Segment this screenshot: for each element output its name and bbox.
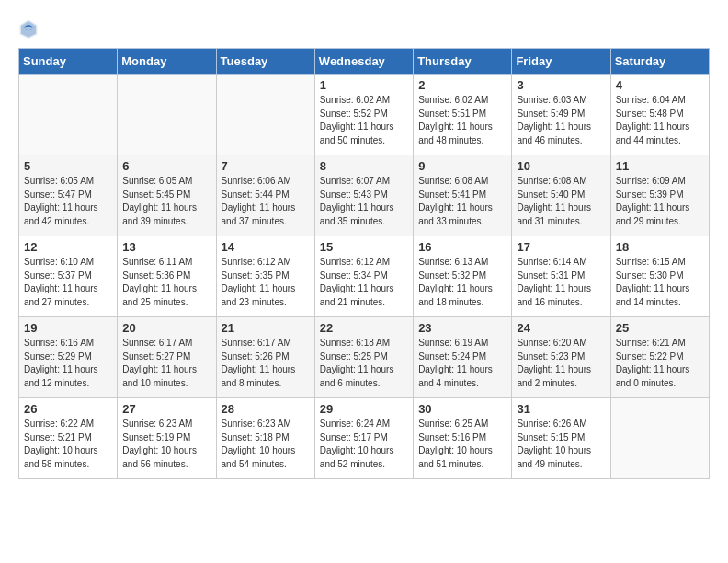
day-info: Sunrise: 6:16 AM Sunset: 5:29 PM Dayligh… [24, 337, 112, 390]
day-number: 12 [24, 240, 112, 254]
calendar-header: SundayMondayTuesdayWednesdayThursdayFrid… [19, 49, 710, 75]
day-number: 25 [616, 321, 704, 335]
day-cell: 8Sunrise: 6:07 AM Sunset: 5:43 PM Daylig… [314, 155, 413, 236]
day-number: 28 [222, 402, 310, 416]
day-cell: 29Sunrise: 6:24 AM Sunset: 5:17 PM Dayli… [314, 398, 413, 479]
day-info: Sunrise: 6:05 AM Sunset: 5:47 PM Dayligh… [24, 175, 112, 228]
day-cell: 24Sunrise: 6:20 AM Sunset: 5:23 PM Dayli… [512, 317, 610, 398]
weekday-header-saturday: Saturday [610, 49, 709, 75]
day-info: Sunrise: 6:02 AM Sunset: 5:51 PM Dayligh… [418, 94, 506, 147]
day-info: Sunrise: 6:26 AM Sunset: 5:15 PM Dayligh… [517, 418, 605, 471]
day-info: Sunrise: 6:23 AM Sunset: 5:19 PM Dayligh… [122, 418, 210, 471]
page-header [18, 18, 710, 39]
logo [18, 18, 42, 39]
day-cell: 11Sunrise: 6:09 AM Sunset: 5:39 PM Dayli… [610, 155, 709, 236]
day-info: Sunrise: 6:15 AM Sunset: 5:30 PM Dayligh… [616, 256, 704, 309]
day-cell: 19Sunrise: 6:16 AM Sunset: 5:29 PM Dayli… [19, 317, 118, 398]
day-number: 19 [24, 321, 112, 335]
day-number: 26 [24, 402, 112, 416]
day-cell: 20Sunrise: 6:17 AM Sunset: 5:27 PM Dayli… [118, 317, 216, 398]
day-info: Sunrise: 6:17 AM Sunset: 5:26 PM Dayligh… [222, 337, 310, 390]
day-number: 1 [320, 78, 408, 92]
day-cell: 12Sunrise: 6:10 AM Sunset: 5:37 PM Dayli… [19, 236, 118, 317]
day-cell: 2Sunrise: 6:02 AM Sunset: 5:51 PM Daylig… [414, 75, 512, 155]
day-number: 11 [616, 159, 704, 173]
day-number: 10 [517, 159, 605, 173]
day-info: Sunrise: 6:02 AM Sunset: 5:52 PM Dayligh… [320, 94, 408, 147]
day-cell: 28Sunrise: 6:23 AM Sunset: 5:18 PM Dayli… [216, 398, 314, 479]
day-cell [19, 75, 118, 155]
day-info: Sunrise: 6:21 AM Sunset: 5:22 PM Dayligh… [616, 337, 704, 390]
weekday-header-wednesday: Wednesday [314, 49, 413, 75]
weekday-row: SundayMondayTuesdayWednesdayThursdayFrid… [19, 49, 710, 75]
day-cell: 7Sunrise: 6:06 AM Sunset: 5:44 PM Daylig… [216, 155, 314, 236]
day-number: 30 [418, 402, 506, 416]
day-number: 24 [517, 321, 605, 335]
day-cell: 21Sunrise: 6:17 AM Sunset: 5:26 PM Dayli… [216, 317, 314, 398]
weekday-header-sunday: Sunday [19, 49, 118, 75]
day-info: Sunrise: 6:09 AM Sunset: 5:39 PM Dayligh… [616, 175, 704, 228]
day-cell: 27Sunrise: 6:23 AM Sunset: 5:19 PM Dayli… [118, 398, 216, 479]
day-info: Sunrise: 6:23 AM Sunset: 5:18 PM Dayligh… [222, 418, 310, 471]
day-cell [216, 75, 314, 155]
day-number: 21 [222, 321, 310, 335]
day-number: 8 [320, 159, 408, 173]
day-info: Sunrise: 6:24 AM Sunset: 5:17 PM Dayligh… [320, 418, 408, 471]
day-cell: 16Sunrise: 6:13 AM Sunset: 5:32 PM Dayli… [414, 236, 512, 317]
day-cell [610, 398, 709, 479]
day-info: Sunrise: 6:08 AM Sunset: 5:40 PM Dayligh… [517, 175, 605, 228]
day-cell: 4Sunrise: 6:04 AM Sunset: 5:48 PM Daylig… [610, 75, 709, 155]
day-number: 6 [122, 159, 210, 173]
day-info: Sunrise: 6:13 AM Sunset: 5:32 PM Dayligh… [418, 256, 506, 309]
weekday-header-tuesday: Tuesday [216, 49, 314, 75]
day-info: Sunrise: 6:12 AM Sunset: 5:35 PM Dayligh… [222, 256, 310, 309]
calendar-table: SundayMondayTuesdayWednesdayThursdayFrid… [18, 48, 710, 479]
day-number: 16 [418, 240, 506, 254]
day-number: 4 [616, 78, 704, 92]
day-info: Sunrise: 6:25 AM Sunset: 5:16 PM Dayligh… [418, 418, 506, 471]
day-cell [118, 75, 216, 155]
weekday-header-monday: Monday [118, 49, 216, 75]
day-cell: 3Sunrise: 6:03 AM Sunset: 5:49 PM Daylig… [512, 75, 610, 155]
day-number: 31 [517, 402, 605, 416]
day-cell: 6Sunrise: 6:05 AM Sunset: 5:45 PM Daylig… [118, 155, 216, 236]
day-number: 27 [122, 402, 210, 416]
day-cell: 22Sunrise: 6:18 AM Sunset: 5:25 PM Dayli… [314, 317, 413, 398]
day-number: 23 [418, 321, 506, 335]
day-cell: 23Sunrise: 6:19 AM Sunset: 5:24 PM Dayli… [414, 317, 512, 398]
day-info: Sunrise: 6:08 AM Sunset: 5:41 PM Dayligh… [418, 175, 506, 228]
day-number: 14 [222, 240, 310, 254]
week-row-1: 1Sunrise: 6:02 AM Sunset: 5:52 PM Daylig… [19, 75, 710, 155]
day-cell: 15Sunrise: 6:12 AM Sunset: 5:34 PM Dayli… [314, 236, 413, 317]
day-cell: 10Sunrise: 6:08 AM Sunset: 5:40 PM Dayli… [512, 155, 610, 236]
day-info: Sunrise: 6:03 AM Sunset: 5:49 PM Dayligh… [517, 94, 605, 147]
day-info: Sunrise: 6:05 AM Sunset: 5:45 PM Dayligh… [122, 175, 210, 228]
day-number: 18 [616, 240, 704, 254]
day-cell: 1Sunrise: 6:02 AM Sunset: 5:52 PM Daylig… [314, 75, 413, 155]
day-number: 7 [222, 159, 310, 173]
day-cell: 9Sunrise: 6:08 AM Sunset: 5:41 PM Daylig… [414, 155, 512, 236]
day-info: Sunrise: 6:22 AM Sunset: 5:21 PM Dayligh… [24, 418, 112, 471]
day-number: 17 [517, 240, 605, 254]
weekday-header-friday: Friday [512, 49, 610, 75]
week-row-3: 12Sunrise: 6:10 AM Sunset: 5:37 PM Dayli… [19, 236, 710, 317]
day-number: 3 [517, 78, 605, 92]
calendar-body: 1Sunrise: 6:02 AM Sunset: 5:52 PM Daylig… [19, 75, 710, 479]
day-info: Sunrise: 6:04 AM Sunset: 5:48 PM Dayligh… [616, 94, 704, 147]
day-number: 15 [320, 240, 408, 254]
day-cell: 13Sunrise: 6:11 AM Sunset: 5:36 PM Dayli… [118, 236, 216, 317]
day-info: Sunrise: 6:06 AM Sunset: 5:44 PM Dayligh… [222, 175, 310, 228]
day-number: 29 [320, 402, 408, 416]
day-info: Sunrise: 6:07 AM Sunset: 5:43 PM Dayligh… [320, 175, 408, 228]
day-cell: 25Sunrise: 6:21 AM Sunset: 5:22 PM Dayli… [610, 317, 709, 398]
day-info: Sunrise: 6:19 AM Sunset: 5:24 PM Dayligh… [418, 337, 506, 390]
week-row-4: 19Sunrise: 6:16 AM Sunset: 5:29 PM Dayli… [19, 317, 710, 398]
weekday-header-thursday: Thursday [414, 49, 512, 75]
day-number: 2 [418, 78, 506, 92]
day-number: 22 [320, 321, 408, 335]
generalblue-icon [18, 18, 39, 39]
day-info: Sunrise: 6:17 AM Sunset: 5:27 PM Dayligh… [122, 337, 210, 390]
day-cell: 17Sunrise: 6:14 AM Sunset: 5:31 PM Dayli… [512, 236, 610, 317]
day-number: 9 [418, 159, 506, 173]
day-cell: 18Sunrise: 6:15 AM Sunset: 5:30 PM Dayli… [610, 236, 709, 317]
